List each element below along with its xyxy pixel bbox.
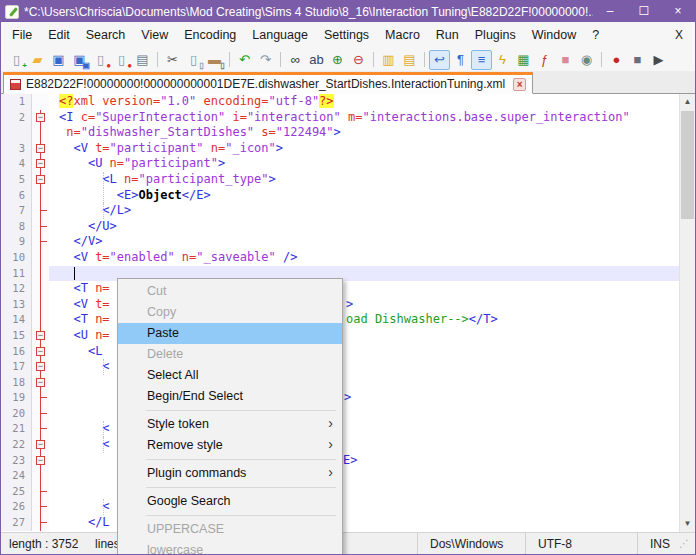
- code-line-9[interactable]: 9 </V>: [1, 234, 679, 250]
- fold-minus-icon[interactable]: −: [36, 331, 45, 340]
- function-list-icon[interactable]: ƒ: [534, 50, 555, 70]
- show-all-characters-icon[interactable]: ¶: [450, 50, 471, 70]
- fold-minus-icon[interactable]: −: [36, 175, 45, 184]
- redo-icon[interactable]: ↷: [255, 50, 276, 70]
- undo-icon[interactable]: ↶: [234, 50, 255, 70]
- code-line-8[interactable]: 8 </U>: [1, 219, 679, 235]
- code-text[interactable]: <L n="participant_type">: [49, 172, 679, 188]
- status-encoding[interactable]: UTF-8: [525, 533, 637, 554]
- tab-dishwasher-startdishes[interactable]: E882D22F!00000000!000000000001DE7E.dishw…: [3, 72, 533, 94]
- fold-minus-icon[interactable]: −: [36, 113, 45, 122]
- zoom-in-icon[interactable]: ⊕: [327, 50, 348, 70]
- fold-collapse-icon[interactable]: −: [31, 453, 49, 469]
- code-line-2[interactable]: 2−<I c="SuperInteraction" i="interaction…: [1, 110, 679, 126]
- code-text[interactable]: <V t="enabled" n="_saveable" />: [49, 250, 679, 266]
- vertical-scrollbar[interactable]: ▲ ▼: [679, 94, 695, 532]
- show-indent-guide-icon[interactable]: ≡: [471, 50, 492, 70]
- code-text[interactable]: </L>: [49, 203, 679, 219]
- code-line-wrap[interactable]: n="dishwasher_StartDishes" s="122494">: [1, 125, 679, 141]
- menu-run[interactable]: Run: [428, 24, 467, 46]
- document-map-icon[interactable]: ▦: [513, 50, 534, 70]
- print-icon[interactable]: ▤: [132, 50, 153, 70]
- fold-minus-icon[interactable]: −: [36, 347, 45, 356]
- menu-search[interactable]: Search: [78, 24, 134, 46]
- paste-icon[interactable]: ▬▯: [204, 50, 225, 70]
- fold-collapse-icon[interactable]: −: [31, 375, 49, 391]
- fold-collapse-icon[interactable]: −: [31, 328, 49, 344]
- code-text[interactable]: <E>Object</E>: [49, 188, 679, 204]
- code-line-4[interactable]: 4− <U n="participant">: [1, 156, 679, 172]
- minimize-button[interactable]: –: [593, 1, 627, 22]
- context-menu-item-select-all[interactable]: Select All: [118, 365, 342, 386]
- zoom-out-icon[interactable]: ⊖: [348, 50, 369, 70]
- stop-recording-icon[interactable]: ■: [627, 50, 648, 70]
- code-line-1[interactable]: 1<?xml version="1.0" encoding="utf-8"?>: [1, 94, 679, 110]
- fold-minus-icon[interactable]: −: [36, 362, 45, 371]
- fold-collapse-icon[interactable]: −: [31, 359, 49, 375]
- code-line-10[interactable]: 10 <V t="enabled" n="_saveable" />: [1, 250, 679, 266]
- fold-collapse-icon[interactable]: −: [31, 141, 49, 157]
- code-text[interactable]: <V t="participant" n="_icon">: [49, 141, 679, 157]
- menu-help[interactable]: ?: [584, 24, 607, 46]
- context-menu-item-plugin-commands[interactable]: Plugin commands›: [118, 463, 342, 484]
- context-menu-item-begin-end-select[interactable]: Begin/End Select: [118, 386, 342, 407]
- fold-collapse-icon[interactable]: −: [31, 437, 49, 453]
- code-text[interactable]: <I c="SuperInteraction" i="interaction" …: [49, 110, 679, 126]
- replace-icon[interactable]: ab: [306, 50, 327, 70]
- code-text[interactable]: n="dishwasher_StartDishes" s="122494">: [49, 125, 679, 141]
- scrollbar-thumb[interactable]: [681, 111, 694, 219]
- scroll-up-icon[interactable]: ▲: [680, 94, 695, 110]
- menu-edit[interactable]: Edit: [40, 24, 78, 46]
- menu-settings[interactable]: Settings: [316, 24, 377, 46]
- menu-macro[interactable]: Macro: [377, 24, 428, 46]
- word-wrap-icon[interactable]: ↩: [429, 50, 450, 70]
- close-all-files-icon[interactable]: ▯●: [111, 50, 132, 70]
- fold-collapse-icon[interactable]: −: [31, 172, 49, 188]
- context-menu-item-paste[interactable]: Paste: [118, 323, 342, 344]
- status-typing-mode[interactable]: INS: [637, 533, 679, 554]
- menubar-close-document-button[interactable]: X: [675, 28, 683, 42]
- code-line-3[interactable]: 3− <V t="participant" n="_icon">: [1, 141, 679, 157]
- monitoring-icon[interactable]: ◉: [576, 50, 597, 70]
- fold-collapse-icon[interactable]: −: [31, 156, 49, 172]
- define-language-icon[interactable]: ϟ: [492, 50, 513, 70]
- find-icon[interactable]: ∞: [285, 50, 306, 70]
- sync-vertical-scrolling-icon[interactable]: ▥: [378, 50, 399, 70]
- code-text[interactable]: </V>: [49, 234, 679, 250]
- scroll-down-icon[interactable]: ▼: [680, 516, 695, 532]
- code-text[interactable]: </U>: [49, 219, 679, 235]
- save-all-icon[interactable]: ▣▣: [69, 50, 90, 70]
- fold-collapse-icon[interactable]: −: [31, 110, 49, 126]
- maximize-button[interactable]: ☐: [627, 1, 661, 22]
- code-text[interactable]: <?xml version="1.0" encoding="utf-8"?>: [49, 94, 679, 110]
- playback-icon[interactable]: ▶: [648, 50, 669, 70]
- copy-icon[interactable]: ▯▯: [183, 50, 204, 70]
- tab-close-icon[interactable]: ×: [513, 78, 526, 91]
- save-icon[interactable]: ▣: [48, 50, 69, 70]
- fold-minus-icon[interactable]: −: [36, 159, 45, 168]
- menu-view[interactable]: View: [133, 24, 176, 46]
- menu-window[interactable]: Window: [524, 24, 584, 46]
- context-menu-item-style-token[interactable]: Style token›: [118, 414, 342, 435]
- context-menu-item-remove-style[interactable]: Remove style›: [118, 435, 342, 456]
- menu-plugins[interactable]: Plugins: [467, 24, 524, 46]
- code-line-7[interactable]: 7 </L>: [1, 203, 679, 219]
- start-recording-icon[interactable]: ●: [606, 50, 627, 70]
- fold-minus-icon[interactable]: −: [36, 144, 45, 153]
- menu-language[interactable]: Language: [244, 24, 316, 46]
- cut-icon[interactable]: ✂: [162, 50, 183, 70]
- context-menu-item-google-search[interactable]: Google Search: [118, 491, 342, 512]
- code-line-6[interactable]: 6 <E>Object</E>: [1, 188, 679, 204]
- open-file-icon[interactable]: ▰: [27, 50, 48, 70]
- code-text[interactable]: <U n="participant">: [49, 156, 679, 172]
- sync-horizontal-scrolling-icon[interactable]: ▤: [399, 50, 420, 70]
- fold-minus-icon[interactable]: −: [36, 378, 45, 387]
- close-file-icon[interactable]: ▯●: [90, 50, 111, 70]
- folder-as-workspace-icon[interactable]: ■: [555, 50, 576, 70]
- menu-file[interactable]: File: [4, 24, 40, 46]
- fold-minus-icon[interactable]: −: [36, 456, 45, 465]
- status-eol-format[interactable]: Dos\Windows: [417, 533, 525, 554]
- fold-minus-icon[interactable]: −: [36, 440, 45, 449]
- new-file-icon[interactable]: ▯+: [6, 50, 27, 70]
- fold-collapse-icon[interactable]: −: [31, 344, 49, 360]
